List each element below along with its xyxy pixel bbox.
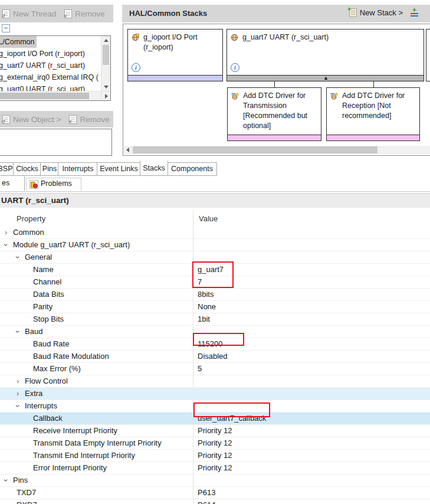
expand-arrow-icon[interactable]: › bbox=[5, 227, 7, 238]
property-name: Transmit End Interrupt Priority bbox=[33, 450, 135, 462]
extend-stack-icon[interactable]: + bbox=[410, 8, 419, 18]
collapse-arrow-icon[interactable]: › bbox=[0, 244, 12, 246]
expand-arrow-icon[interactable]: › bbox=[17, 388, 19, 400]
property-name: Name bbox=[33, 264, 54, 276]
info-icon[interactable]: i bbox=[132, 63, 140, 72]
tab-event-links[interactable]: Event Links bbox=[97, 162, 141, 176]
info-icon[interactable]: i bbox=[231, 63, 239, 72]
tab-properties[interactable]: es bbox=[0, 176, 25, 191]
property-name: Transmit Data Empty Interrupt Priority bbox=[33, 437, 162, 449]
property-name: Interrupts bbox=[25, 400, 57, 412]
property-row[interactable]: TXD7P613 bbox=[0, 487, 430, 499]
property-row[interactable]: Baud Rate ModulationDisabled bbox=[0, 351, 430, 363]
stack-box-dtc-reception[interactable]: Add DTC Driver for Reception [Not recomm… bbox=[326, 87, 420, 141]
new-thread-icon: ↺ bbox=[2, 9, 10, 18]
property-row[interactable]: Transmit Data Empty Interrupt PriorityPr… bbox=[0, 437, 430, 450]
tree-item-label: g_uart7 UART (r_sci_uart) bbox=[0, 60, 85, 71]
objects-toolbar: ↺ New Object > ✕ Remove bbox=[0, 111, 113, 127]
scroll-up-icon[interactable] bbox=[104, 39, 109, 42]
stack-box-gioport[interactable]: g_ioport I/O Port (r_ioport) i bbox=[127, 29, 223, 81]
property-name: Module g_uart7 UART (r_sci_uart) bbox=[13, 239, 130, 251]
annotation-box-baud-rate bbox=[193, 333, 244, 346]
property-row[interactable]: ParityNone bbox=[0, 301, 430, 313]
property-row[interactable]: Transmit End Interrupt PriorityPriority … bbox=[0, 450, 430, 462]
stacks-diagram: g_ioport I/O Port (r_ioport) i g_uart7 U… bbox=[123, 24, 430, 156]
remove-label: Remove bbox=[75, 9, 104, 18]
property-value[interactable]: Priority 12 bbox=[198, 437, 232, 449]
property-row[interactable]: Stop Bits1bit bbox=[0, 313, 430, 326]
property-row[interactable]: Receive Interrupt PriorityPriority 12 bbox=[0, 425, 430, 437]
stack-box-title: g_uart7 UART (r_sci_uart) bbox=[242, 32, 421, 42]
property-value[interactable]: None bbox=[198, 301, 216, 313]
collapse-arrow-icon[interactable]: › bbox=[12, 256, 24, 258]
configuration-tab-bar: BSPClocksPinsInterruptsEvent LinksStacks… bbox=[0, 161, 430, 176]
property-name: Max Error (%) bbox=[33, 363, 81, 375]
tab-pins[interactable]: Pins bbox=[40, 162, 59, 176]
property-row[interactable]: ›Flow Control bbox=[0, 375, 430, 388]
scroll-left-icon[interactable] bbox=[126, 148, 129, 152]
property-value[interactable]: Priority 12 bbox=[198, 450, 232, 462]
property-value[interactable]: 8bits bbox=[198, 289, 214, 300]
stack-box-guart7[interactable]: g_uart7 UART (r_sci_uart) i ▲ bbox=[227, 29, 424, 81]
collapse-arrow-icon[interactable]: › bbox=[0, 479, 12, 482]
property-row[interactable]: ›Pins bbox=[0, 474, 430, 487]
property-row[interactable]: ›Module g_uart7 UART (r_sci_uart) bbox=[0, 239, 430, 251]
tree-item[interactable]: g_uart7 UART (r_sci_uart) bbox=[0, 60, 110, 71]
collapse-triangle-icon[interactable]: ▲ bbox=[323, 76, 329, 81]
scroll-down-icon[interactable] bbox=[104, 86, 109, 89]
tab-problems[interactable]: Problems bbox=[26, 178, 81, 191]
property-name: Receive Interrupt Priority bbox=[33, 425, 117, 437]
property-row[interactable]: ›Extra bbox=[0, 388, 430, 400]
scroll-right-button[interactable] bbox=[101, 91, 110, 100]
tree-item[interactable]: HAL/Common bbox=[0, 36, 110, 48]
property-value[interactable]: 5 bbox=[198, 363, 202, 375]
module-icon bbox=[132, 34, 139, 41]
property-value[interactable]: 1bit bbox=[198, 313, 210, 325]
new-object-button[interactable]: ↺ New Object > bbox=[2, 115, 61, 124]
property-row[interactable]: Data Bits8bits bbox=[0, 289, 430, 301]
remove-thread-button[interactable]: ✕ Remove bbox=[64, 9, 104, 18]
collapse-all-icon[interactable]: − bbox=[2, 24, 10, 32]
property-name: General bbox=[25, 251, 52, 263]
property-value[interactable]: P614 bbox=[198, 499, 215, 504]
views-tab-bar: es Problems bbox=[0, 176, 430, 192]
stack-expand-strip[interactable]: ▲ bbox=[227, 75, 424, 81]
property-row[interactable]: Error Interrupt PriorityPriority 12 bbox=[0, 462, 430, 474]
tab-interrupts[interactable]: Interrupts bbox=[58, 162, 98, 176]
tab-stacks[interactable]: Stacks bbox=[140, 161, 168, 176]
property-row[interactable]: Max Error (%)5 bbox=[0, 363, 430, 375]
tree-item[interactable]: g_ioport I/O Port (r_ioport) bbox=[0, 48, 110, 60]
collapse-arrow-icon[interactable]: › bbox=[12, 330, 24, 333]
tab-label: Problems bbox=[41, 179, 72, 188]
tree-vertical-scrollbar[interactable] bbox=[101, 36, 110, 91]
scrollbar-thumb[interactable] bbox=[133, 146, 378, 153]
remove-object-button[interactable]: ✕ Remove bbox=[69, 115, 109, 124]
scrollbar-thumb[interactable] bbox=[103, 45, 109, 65]
collapse-arrow-icon[interactable]: › bbox=[12, 405, 24, 407]
tree-item[interactable]: g_external_irq0 External IRQ ( bbox=[0, 71, 110, 83]
property-value[interactable]: Disabled bbox=[198, 351, 228, 362]
problems-icon bbox=[29, 180, 38, 189]
tree-horizontal-scrollbar[interactable] bbox=[0, 91, 101, 100]
tab-components[interactable]: Components bbox=[167, 162, 217, 176]
property-row[interactable]: ›Common bbox=[0, 227, 430, 239]
scroll-right-icon bbox=[105, 94, 108, 99]
property-value[interactable]: P613 bbox=[198, 487, 215, 499]
stacks-pane-header: HAL/Common Stacks + New Stack > + bbox=[122, 5, 430, 22]
properties-view-title: UART (r_sci_uart) bbox=[1, 196, 69, 205]
property-row[interactable]: RXD7P614 bbox=[0, 499, 430, 504]
scrollbar-thumb[interactable] bbox=[0, 93, 89, 99]
property-value[interactable]: Priority 12 bbox=[198, 462, 232, 474]
new-stack-label: New Stack > bbox=[360, 8, 403, 17]
tab-bsp[interactable]: BSP bbox=[0, 162, 14, 176]
tab-clocks[interactable]: Clocks bbox=[13, 162, 41, 176]
stack-box-clipped[interactable] bbox=[426, 29, 430, 81]
new-stack-button[interactable]: + New Stack > bbox=[349, 8, 403, 17]
stacks-horizontal-scrollbar[interactable] bbox=[124, 146, 430, 154]
expand-arrow-icon[interactable]: › bbox=[17, 375, 19, 387]
stack-box-title: g_ioport I/O Port (r_ioport) bbox=[143, 32, 220, 53]
property-value[interactable]: Priority 12 bbox=[198, 425, 232, 437]
new-thread-button[interactable]: ↺ New Thread bbox=[2, 9, 56, 18]
property-name: Baud Rate Modulation bbox=[33, 351, 109, 362]
stack-box-dtc-transmission[interactable]: Add DTC Driver for Transmission [Recomme… bbox=[227, 87, 321, 141]
